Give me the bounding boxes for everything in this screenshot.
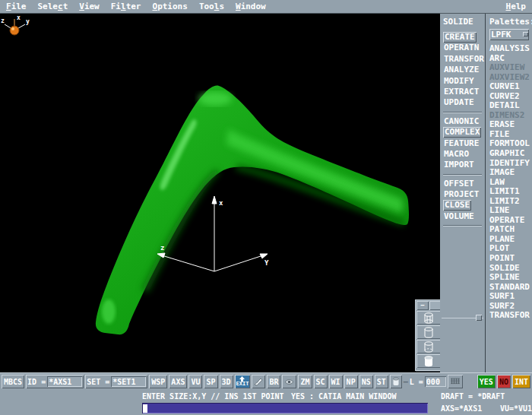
int-button[interactable]: INT <box>512 375 530 388</box>
palette-item-line[interactable]: LINE <box>489 206 532 216</box>
dropdown-handle-icon <box>523 32 528 36</box>
palette-item-spline[interactable]: SPLINE <box>489 273 532 283</box>
menu-item-offset[interactable]: OFFSET <box>443 179 475 188</box>
menu-item-canonic[interactable]: CANONIC <box>443 116 480 126</box>
menu-item-complex[interactable]: COMPLEX <box>443 127 481 138</box>
menu-select[interactable]: Select <box>38 2 68 11</box>
window-status-message: YES : CATIA MAIN WINDOW <box>291 392 396 401</box>
palette-item-image[interactable]: IMAGE <box>489 168 532 178</box>
separator <box>443 112 482 113</box>
eye-icon <box>284 379 294 385</box>
separator <box>443 225 482 227</box>
command-input[interactable] <box>142 403 428 413</box>
exit-button[interactable]: EXIT <box>235 375 251 388</box>
palette-list: ANALYSIS ARC AUXVIEW AUXVIEW2 CURVE1 CUR… <box>489 44 532 321</box>
vu-status: VU=*VU1 <box>500 404 532 413</box>
palette-item-analysis[interactable]: ANALYSIS <box>489 44 532 54</box>
palette-item-auxview: AUXVIEW <box>489 63 532 73</box>
np-button[interactable]: NP <box>344 375 358 388</box>
palette-item-surf1[interactable]: SURF1 <box>489 292 532 302</box>
cylinder-shaded-icon[interactable] <box>416 354 440 368</box>
sp-button[interactable]: SP <box>204 375 217 388</box>
panel-slider[interactable] <box>442 315 483 321</box>
separator <box>443 174 482 176</box>
cylinder-mesh-icon[interactable] <box>416 311 440 325</box>
dash-icon: — <box>404 378 408 386</box>
status-bar: MBCS ID = *AXS1 SET = *SET1 WSP AXS VU S… <box>0 372 532 390</box>
menu-item-feature[interactable]: FEATURE <box>443 138 480 148</box>
menu-window[interactable]: Window <box>236 2 266 11</box>
paint-icon <box>254 378 263 386</box>
yes-button[interactable]: YES <box>477 375 496 388</box>
ns-button[interactable]: NS <box>359 375 373 388</box>
toolbar-titlebar[interactable] <box>429 301 440 310</box>
orient-z-label: z <box>1 17 5 24</box>
menu-item-volume[interactable]: VOLUME <box>443 211 475 221</box>
vu-button[interactable]: VU <box>188 375 202 388</box>
slider-thumb[interactable] <box>476 315 482 321</box>
zm-button[interactable]: ZM <box>298 375 312 388</box>
menu-item-modify[interactable]: MODIFY <box>443 76 475 86</box>
exit-label: EXIT <box>236 382 249 387</box>
message-bar: ENTER SIZE:X,Y // INS 1ST POINT YES : CA… <box>0 390 532 402</box>
id-label: ID = <box>27 378 46 386</box>
palette-item-graphic[interactable]: GRAPHIC <box>489 149 532 159</box>
axis-z-label: z <box>160 244 164 252</box>
solide-panel-title: SOLIDE <box>443 17 485 27</box>
br-button[interactable]: BR <box>267 375 280 388</box>
id-value-field[interactable]: *AXS1 <box>47 376 82 387</box>
l-value-field[interactable]: 000 <box>425 376 446 387</box>
cylinder-hidden-line-icon[interactable] <box>416 340 440 353</box>
menu-item-operatn[interactable]: OPERATN <box>443 43 480 52</box>
no-button[interactable]: NO <box>497 375 511 388</box>
palette-item-curve1[interactable]: CURVE1 <box>489 82 532 92</box>
palette-item-transfor[interactable]: TRANSFOR <box>489 311 532 321</box>
palette-item-detail[interactable]: DETAIL <box>489 101 532 111</box>
st-button[interactable]: ST <box>375 375 388 388</box>
menu-item-extract[interactable]: EXTRACT <box>443 87 480 97</box>
palette-item-limit1[interactable]: LIMIT1 <box>489 187 532 197</box>
menu-bar: File Select View Filter Options Tools Wi… <box>0 0 532 14</box>
orientation-axis-icon: x y z <box>1 14 30 35</box>
prompt-message: ENTER SIZE:X,Y // INS 1ST POINT <box>142 392 284 401</box>
3d-button[interactable]: 3D <box>220 375 233 388</box>
axs-button[interactable]: AXS <box>169 375 187 388</box>
sc-button[interactable]: SC <box>314 375 328 388</box>
green-solid[interactable] <box>96 86 409 335</box>
menu-item-analyze[interactable]: ANALYZE <box>443 65 480 74</box>
set-label: SET = <box>87 378 109 386</box>
minimize-icon[interactable]: — <box>416 301 429 310</box>
menu-options[interactable]: Options <box>153 2 188 11</box>
menu-file[interactable]: File <box>6 2 27 11</box>
grid-tool-button[interactable] <box>448 375 463 388</box>
eye-tool-button[interactable] <box>282 375 296 388</box>
wsp-button[interactable]: WSP <box>149 375 167 388</box>
menu-tools[interactable]: Tools <box>199 2 224 11</box>
menu-help[interactable]: Help <box>506 2 527 11</box>
menu-item-close[interactable]: CLOSE <box>443 200 471 211</box>
palettes-panel: Palettes: LPFK ANALYSIS ARC AUXVIEW AUXV… <box>486 14 532 372</box>
mbcs-button[interactable]: MBCS <box>2 375 24 388</box>
viewport-3d[interactable]: x Y z x y z — <box>0 14 440 372</box>
cylinder-icon <box>392 377 400 386</box>
solide-menu-panel: SOLIDE CREATE OPERATN TRANSFOR ANALYZE M… <box>440 14 486 372</box>
menu-item-import[interactable]: IMPORT <box>443 160 475 169</box>
wi-button[interactable]: WI <box>329 375 343 388</box>
menu-view[interactable]: View <box>79 2 100 11</box>
cylinder-tool-button[interactable] <box>390 375 402 388</box>
set-value-field[interactable]: *SET1 <box>111 376 146 387</box>
menu-item-macro[interactable]: MACRO <box>443 149 470 159</box>
palette-item-point[interactable]: POINT <box>489 254 532 264</box>
palette-dropdown-value: LPFK <box>491 30 511 40</box>
menu-item-transfor[interactable]: TRANSFOR <box>443 54 485 64</box>
paint-tool-button[interactable] <box>252 375 265 388</box>
cylinder-outline-icon[interactable] <box>416 325 440 339</box>
menu-item-update[interactable]: UPDATE <box>443 97 475 107</box>
l-label: L = <box>410 378 423 386</box>
menu-item-project[interactable]: PROJECT <box>443 189 480 199</box>
draft-status: DRAFT = *DRAFT <box>441 392 505 401</box>
palette-dropdown[interactable]: LPFK <box>489 29 529 40</box>
menu-filter[interactable]: Filter <box>111 2 141 11</box>
display-mode-toolbar: — <box>415 299 440 371</box>
menu-item-create[interactable]: CREATE <box>443 32 477 43</box>
